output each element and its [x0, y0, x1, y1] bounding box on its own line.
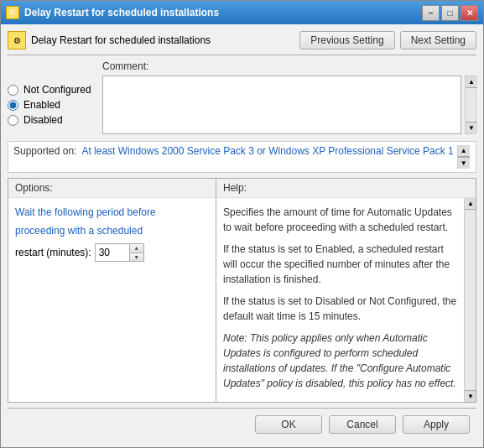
- header-icon: ⚙: [8, 31, 26, 49]
- scroll-up-arrow[interactable]: ▲: [466, 76, 477, 88]
- previous-setting-button[interactable]: Previous Setting: [299, 31, 394, 49]
- options-content: Wait the following period before proceed…: [8, 198, 216, 402]
- options-line1: Wait the following period before: [15, 205, 209, 220]
- scroll-track: [466, 88, 476, 122]
- supported-section: Supported on: At least Windows 2000 Serv…: [8, 141, 476, 173]
- restart-spinner: 30 ▲ ▼: [95, 243, 144, 262]
- footer: OK Cancel Apply: [8, 408, 476, 440]
- main-area: Options: Wait the following period befor…: [8, 178, 476, 403]
- enabled-row: Enabled: [8, 99, 96, 111]
- comment-section: Comment: ▲ ▼: [102, 60, 476, 134]
- help-scroll-down[interactable]: ▼: [465, 390, 476, 402]
- top-area: Not Configured Enabled Disabled Comment:: [8, 60, 476, 134]
- header-title-area: ⚙ Delay Restart for scheduled installati…: [8, 31, 299, 49]
- help-header: Help:: [216, 179, 476, 198]
- not-configured-radio[interactable]: [8, 85, 18, 96]
- apply-button[interactable]: Apply: [403, 415, 470, 434]
- maximize-button[interactable]: □: [441, 5, 459, 21]
- help-para1: Specifies the amount of time for Automat…: [223, 205, 457, 235]
- options-header: Options:: [8, 179, 216, 198]
- spinner-arrows: ▲ ▼: [129, 244, 143, 261]
- help-scrollbar: ▲ ▼: [464, 198, 476, 402]
- comment-label: Comment:: [102, 60, 476, 72]
- enabled-radio[interactable]: [8, 100, 18, 111]
- disabled-row: Disabled: [8, 114, 96, 126]
- window-title: Delay Restart for scheduled installation…: [24, 7, 219, 18]
- disabled-radio[interactable]: [8, 115, 18, 126]
- help-panel: Help: Specifies the amount of time for A…: [216, 179, 476, 402]
- help-content: Specifies the amount of time for Automat…: [216, 198, 464, 402]
- main-window: ⚙ Delay Restart for scheduled installati…: [0, 0, 484, 448]
- options-panel: Options: Wait the following period befor…: [8, 179, 216, 402]
- help-scroll-track: [465, 210, 476, 390]
- minimize-button[interactable]: –: [422, 5, 440, 21]
- ok-button[interactable]: OK: [255, 415, 322, 434]
- help-scroll-up[interactable]: ▲: [465, 198, 476, 210]
- supported-value: At least Windows 2000 Service Pack 3 or …: [81, 145, 453, 169]
- header-title: Delay Restart for scheduled installation…: [31, 34, 211, 46]
- scroll-down-arrow[interactable]: ▼: [466, 122, 477, 133]
- help-para2: If the status is set to Enabled, a sched…: [223, 242, 457, 287]
- close-button[interactable]: ✕: [461, 5, 478, 21]
- comment-scrollbar: ▲ ▼: [465, 76, 476, 134]
- next-setting-button[interactable]: Next Setting: [400, 31, 476, 49]
- help-para3: If the status is set to Disabled or Not …: [223, 294, 457, 324]
- title-bar: ⚙ Delay Restart for scheduled installati…: [1, 1, 483, 24]
- supported-scroll-down[interactable]: ▼: [458, 157, 470, 169]
- comment-textarea[interactable]: [102, 76, 461, 134]
- title-bar-left: ⚙ Delay Restart for scheduled installati…: [6, 6, 219, 19]
- disabled-label: Disabled: [23, 114, 63, 126]
- cancel-button[interactable]: Cancel: [329, 415, 396, 434]
- title-controls: – □ ✕: [422, 5, 478, 21]
- content-area: ⚙ Delay Restart for scheduled installati…: [1, 24, 483, 447]
- restart-row: restart (minutes): 30 ▲ ▼: [15, 243, 209, 262]
- not-configured-row: Not Configured: [8, 84, 96, 96]
- header-section: ⚙ Delay Restart for scheduled installati…: [8, 31, 476, 55]
- options-line2: proceeding with a scheduled: [15, 223, 209, 238]
- restart-label: restart (minutes):: [15, 247, 91, 258]
- window-icon: ⚙: [6, 6, 19, 19]
- spinner-down-button[interactable]: ▼: [130, 253, 143, 262]
- radio-section: Not Configured Enabled Disabled: [8, 60, 96, 134]
- restart-minutes-input[interactable]: 30: [96, 244, 129, 261]
- supported-scroll-up[interactable]: ▲: [458, 145, 470, 157]
- header-buttons: Previous Setting Next Setting: [299, 31, 476, 49]
- not-configured-label: Not Configured: [23, 84, 91, 96]
- help-para4: Note: This policy applies only when Auto…: [223, 331, 457, 391]
- spinner-up-button[interactable]: ▲: [130, 244, 143, 253]
- supported-label: Supported on:: [13, 145, 76, 157]
- supported-scrollbar: ▲ ▼: [457, 145, 469, 169]
- enabled-label: Enabled: [23, 99, 60, 111]
